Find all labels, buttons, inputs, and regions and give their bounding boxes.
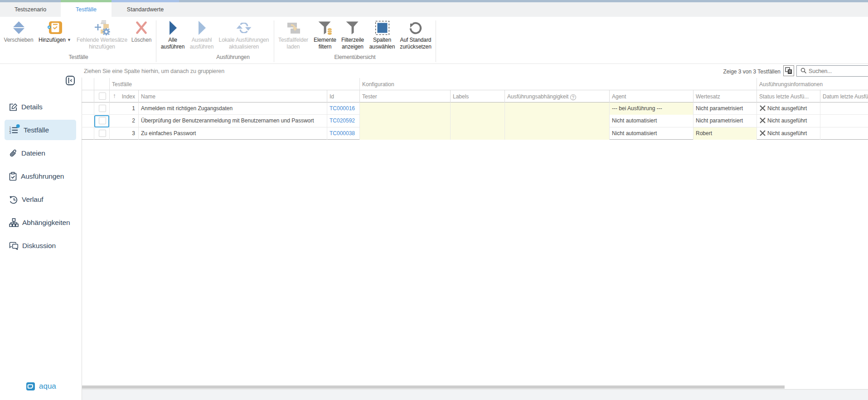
svg-text:3: 3 [10,131,11,134]
